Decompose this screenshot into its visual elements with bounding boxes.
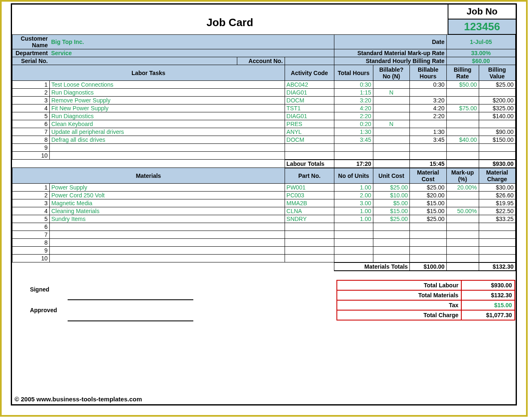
billable-flag[interactable]	[373, 128, 409, 136]
billing-rate[interactable]	[446, 152, 479, 160]
total-hours[interactable]	[334, 144, 373, 152]
markup-pct[interactable]	[446, 255, 479, 262]
labor-task[interactable]	[49, 152, 285, 160]
labor-task[interactable]: Clean Keyboard	[49, 120, 285, 128]
labor-task[interactable]: Defrag all disc drives	[49, 136, 285, 144]
billing-rate[interactable]: $75.00	[446, 104, 479, 112]
no-of-units[interactable]: 1.00	[334, 207, 373, 215]
labor-task[interactable]	[49, 144, 285, 152]
markup-pct[interactable]: 20.00%	[446, 184, 479, 192]
unit-cost[interactable]: $10.00	[373, 192, 409, 199]
account-value[interactable]	[285, 57, 334, 65]
serial-value[interactable]	[49, 57, 237, 65]
billable-flag[interactable]	[373, 104, 409, 112]
unit-cost[interactable]: $25.00	[373, 184, 409, 192]
part-no[interactable]	[285, 239, 334, 247]
unit-cost[interactable]	[373, 239, 409, 247]
total-hours[interactable]: 4:20	[334, 104, 373, 112]
unit-cost[interactable]	[373, 255, 409, 262]
tax-value[interactable]: $15.00	[461, 300, 515, 310]
material-name[interactable]	[49, 223, 285, 231]
part-no[interactable]	[285, 247, 334, 255]
customer-name-value[interactable]: Big Top Inc.	[49, 35, 334, 49]
part-no[interactable]: MMA2B	[285, 199, 334, 207]
job-number-value[interactable]: 123456	[448, 19, 516, 34]
markup-pct[interactable]: 50.00%	[446, 207, 479, 215]
material-name[interactable]: Cleaning Materials	[49, 207, 285, 215]
activity-code[interactable]	[285, 152, 334, 160]
unit-cost[interactable]: $15.00	[373, 207, 409, 215]
date-value[interactable]: 1-Jul-05	[446, 35, 515, 49]
unit-cost[interactable]: $25.00	[373, 215, 409, 223]
part-no[interactable]	[285, 255, 334, 262]
no-of-units[interactable]: 2.00	[334, 192, 373, 199]
no-of-units[interactable]	[334, 239, 373, 247]
activity-code[interactable]: DIAG01	[285, 89, 334, 97]
billing-rate[interactable]	[446, 89, 479, 97]
markup-pct[interactable]	[446, 239, 479, 247]
department-value[interactable]: Service	[49, 49, 334, 57]
billing-rate[interactable]: $50.00	[446, 81, 479, 89]
activity-code[interactable]: TST1	[285, 104, 334, 112]
activity-code[interactable]: DOCM	[285, 97, 334, 104]
billable-flag[interactable]	[373, 112, 409, 120]
part-no[interactable]: SNDRY	[285, 215, 334, 223]
activity-code[interactable]: ABC042	[285, 81, 334, 89]
labor-task[interactable]: Run Diagnostics	[49, 112, 285, 120]
markup-pct[interactable]	[446, 199, 479, 207]
billable-flag[interactable]	[373, 81, 409, 89]
part-no[interactable]: PW001	[285, 184, 334, 192]
markup-pct[interactable]	[446, 223, 479, 231]
markup-pct[interactable]	[446, 192, 479, 199]
approved-line[interactable]	[68, 300, 193, 321]
no-of-units[interactable]	[334, 231, 373, 239]
material-name[interactable]: Power Supply	[49, 184, 285, 192]
material-name[interactable]	[49, 239, 285, 247]
billing-rate[interactable]: $40.00	[446, 136, 479, 144]
billing-rate[interactable]	[446, 128, 479, 136]
markup-pct[interactable]	[446, 247, 479, 255]
activity-code[interactable]: ANYL	[285, 128, 334, 136]
hourly-value[interactable]: $60.00	[446, 57, 515, 65]
billable-flag[interactable]	[373, 97, 409, 104]
unit-cost[interactable]	[373, 247, 409, 255]
activity-code[interactable]: PRES	[285, 120, 334, 128]
no-of-units[interactable]	[334, 255, 373, 262]
total-hours[interactable]: 1:30	[334, 128, 373, 136]
signed-line[interactable]	[68, 279, 193, 300]
total-hours[interactable]: 3:20	[334, 97, 373, 104]
total-hours[interactable]: 0:30	[334, 81, 373, 89]
billable-flag[interactable]: N	[373, 89, 409, 97]
activity-code[interactable]: DIAG01	[285, 112, 334, 120]
billing-rate[interactable]	[446, 112, 479, 120]
total-hours[interactable]: 2:20	[334, 112, 373, 120]
material-name[interactable]	[49, 247, 285, 255]
material-name[interactable]: Sundry Items	[49, 215, 285, 223]
part-no[interactable]: CLNA	[285, 207, 334, 215]
activity-code[interactable]: DOCM	[285, 136, 334, 144]
labor-task[interactable]: Remove Power Supply	[49, 97, 285, 104]
no-of-units[interactable]	[334, 247, 373, 255]
activity-code[interactable]	[285, 144, 334, 152]
billing-rate[interactable]	[446, 144, 479, 152]
labor-task[interactable]: Run Diagnostics	[49, 89, 285, 97]
part-no[interactable]	[285, 231, 334, 239]
total-hours[interactable]: 0:20	[334, 120, 373, 128]
part-no[interactable]: PC003	[285, 192, 334, 199]
material-name[interactable]	[49, 255, 285, 262]
total-hours[interactable]: 1:15	[334, 89, 373, 97]
billing-rate[interactable]	[446, 97, 479, 104]
billing-rate[interactable]	[446, 120, 479, 128]
markup-pct[interactable]	[446, 231, 479, 239]
no-of-units[interactable]	[334, 223, 373, 231]
unit-cost[interactable]	[373, 223, 409, 231]
labor-task[interactable]: Fit New Power Supply	[49, 104, 285, 112]
material-name[interactable]: Power Cord 250 Volt	[49, 192, 285, 199]
part-no[interactable]	[285, 223, 334, 231]
billable-flag[interactable]	[373, 136, 409, 144]
billable-flag[interactable]	[373, 144, 409, 152]
billable-flag[interactable]	[373, 152, 409, 160]
markup-pct[interactable]	[446, 215, 479, 223]
total-hours[interactable]: 3:45	[334, 136, 373, 144]
no-of-units[interactable]: 1.00	[334, 215, 373, 223]
